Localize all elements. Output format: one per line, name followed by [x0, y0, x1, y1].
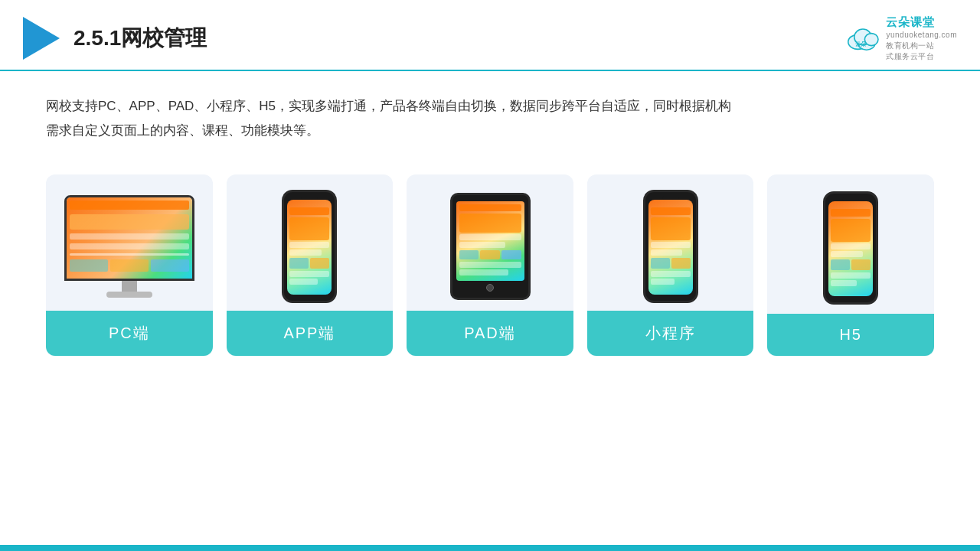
- card-app-label: APP端: [227, 311, 394, 356]
- card-miniprogram-image: [587, 174, 754, 311]
- pad-tablet-icon: [450, 193, 531, 300]
- card-h5-image: [767, 174, 934, 314]
- bottom-accent-bar: [0, 545, 980, 551]
- card-h5: H5: [767, 174, 934, 356]
- device-cards-container: PC端 APP端: [0, 152, 980, 379]
- logo-text-block: 云朵课堂 yunduoketang.com 教育机构一站 式服务云平台: [886, 14, 957, 62]
- card-pc-label: PC端: [46, 311, 213, 356]
- card-pad-image: [407, 174, 573, 311]
- card-pad-label: PAD端: [407, 311, 573, 356]
- card-pc: PC端: [46, 174, 213, 356]
- header-left: 2.5.1网校管理: [23, 17, 207, 60]
- svg-point-3: [865, 33, 879, 45]
- header-right: 云朵 云朵课堂 yunduoketang.com 教育机构一站 式服务云平台: [844, 14, 957, 62]
- h5-phone-icon: [823, 191, 878, 305]
- card-app-image: [227, 174, 394, 311]
- cloud-icon: 云朵: [844, 24, 881, 52]
- app-phone-icon: [282, 190, 337, 303]
- card-h5-label: H5: [767, 314, 934, 356]
- description-paragraph: 网校支持PC、APP、PAD、小程序、H5，实现多端打通，产品各终端自由切换，数…: [46, 94, 934, 144]
- logo-brand-name: 云朵课堂: [886, 14, 957, 30]
- logo-url: yunduoketang.com: [886, 30, 957, 41]
- logo-tagline: 教育机构一站: [886, 41, 957, 51]
- miniprogram-phone-icon: [643, 190, 698, 303]
- logo-tagline2: 式服务云平台: [886, 51, 957, 62]
- card-app: APP端: [227, 174, 394, 356]
- card-pad: PAD端: [407, 174, 573, 356]
- cloud-logo: 云朵 云朵课堂 yunduoketang.com 教育机构一站 式服务云平台: [844, 14, 957, 62]
- card-miniprogram: 小程序: [587, 174, 754, 356]
- card-pc-image: [46, 174, 213, 311]
- page-header: 2.5.1网校管理 云朵 云朵课堂 yunduoketang.com 教育机构一…: [0, 0, 980, 71]
- description-text: 网校支持PC、APP、PAD、小程序、H5，实现多端打通，产品各终端自由切换，数…: [0, 71, 980, 152]
- brand-triangle-icon: [23, 17, 60, 60]
- svg-text:云朵: 云朵: [856, 41, 867, 47]
- card-miniprogram-label: 小程序: [587, 311, 754, 356]
- pc-monitor-icon: [64, 195, 194, 298]
- page-title: 2.5.1网校管理: [74, 24, 207, 53]
